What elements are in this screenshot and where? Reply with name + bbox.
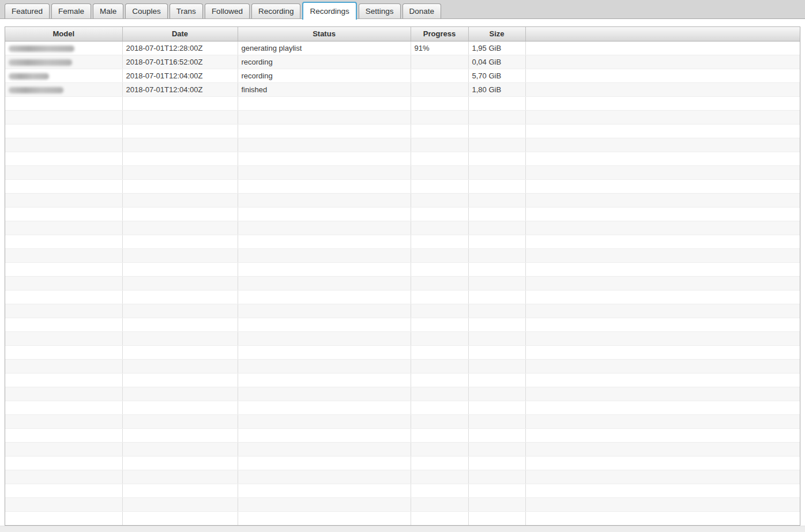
- empty-row: [5, 110, 800, 124]
- cell-progress: [411, 96, 468, 110]
- cell-progress: [411, 387, 468, 401]
- empty-row: [5, 221, 800, 235]
- cell-filler: [525, 497, 800, 511]
- tab-settings[interactable]: Settings: [359, 3, 401, 18]
- cell-date: [122, 331, 238, 345]
- cell-date: 2018-07-01T12:04:00Z: [122, 82, 238, 96]
- cell-size: [468, 235, 525, 248]
- cell-progress: [411, 138, 468, 152]
- table-row[interactable]: 2018-07-01T12:04:00Zrecording5,70 GiB: [5, 69, 800, 82]
- cell-date: [122, 359, 238, 373]
- cell-status: [238, 484, 411, 497]
- empty-row: [5, 207, 800, 221]
- cell-filler: [525, 55, 800, 69]
- cell-status: [238, 511, 411, 525]
- tab-donate[interactable]: Donate: [402, 3, 442, 18]
- cell-status: [238, 179, 411, 193]
- cell-model: [5, 41, 122, 55]
- cell-date: [122, 428, 238, 442]
- cell-status: [238, 290, 411, 304]
- cell-size: [468, 345, 525, 359]
- cell-progress: [411, 69, 468, 82]
- cell-model: [5, 401, 122, 414]
- cell-filler: [525, 82, 800, 96]
- cell-filler: [525, 124, 800, 138]
- column-header-progress[interactable]: Progress: [411, 27, 468, 41]
- cell-date: [122, 484, 238, 497]
- cell-size: [468, 304, 525, 318]
- cell-progress: [411, 318, 468, 331]
- cell-status: [238, 428, 411, 442]
- cell-status: [238, 276, 411, 290]
- cell-filler: [525, 221, 800, 235]
- cell-status: [238, 359, 411, 373]
- cell-filler: [525, 69, 800, 82]
- cell-progress: [411, 221, 468, 235]
- cell-status: [238, 331, 411, 345]
- cell-model: [5, 456, 122, 470]
- empty-row: [5, 497, 800, 511]
- empty-row: [5, 484, 800, 497]
- tab-recordings[interactable]: Recordings: [302, 2, 356, 20]
- tab-male[interactable]: Male: [93, 3, 123, 18]
- cell-filler: [525, 318, 800, 331]
- cell-progress: [411, 401, 468, 414]
- empty-row: [5, 124, 800, 138]
- column-header-size[interactable]: Size: [468, 27, 525, 41]
- cell-progress: [411, 331, 468, 345]
- cell-progress: [411, 124, 468, 138]
- column-header-filler: [525, 27, 800, 41]
- cell-filler: [525, 442, 800, 456]
- cell-progress: [411, 179, 468, 193]
- cell-status: [238, 221, 411, 235]
- cell-progress: [411, 304, 468, 318]
- cell-filler: [525, 193, 800, 207]
- column-header-date[interactable]: Date: [122, 27, 238, 41]
- tab-recording[interactable]: Recording: [251, 3, 301, 18]
- cell-model: [5, 69, 122, 82]
- cell-date: [122, 248, 238, 262]
- tab-trans[interactable]: Trans: [170, 3, 203, 18]
- table-row[interactable]: 2018-07-01T12:04:00Zfinished1,80 GiB: [5, 82, 800, 96]
- cell-model: [5, 497, 122, 511]
- cell-filler: [525, 235, 800, 248]
- cell-date: [122, 318, 238, 331]
- cell-filler: [525, 290, 800, 304]
- cell-date: [122, 497, 238, 511]
- cell-status: [238, 124, 411, 138]
- recordings-table-body: 2018-07-01T12:28:00Zgenerating playlist9…: [5, 41, 800, 525]
- cell-progress: [411, 276, 468, 290]
- tab-couples[interactable]: Couples: [125, 3, 168, 18]
- cell-date: [122, 373, 238, 387]
- cell-date: [122, 262, 238, 276]
- cell-size: [468, 456, 525, 470]
- cell-model: [5, 373, 122, 387]
- table-row[interactable]: 2018-07-01T12:28:00Zgenerating playlist9…: [5, 41, 800, 55]
- tab-bar: Featured Female Male Couples Trans Follo…: [0, 0, 805, 19]
- cell-date: 2018-07-01T12:28:00Z: [122, 41, 238, 55]
- cell-date: [122, 290, 238, 304]
- cell-status: [238, 96, 411, 110]
- cell-filler: [525, 414, 800, 428]
- empty-row: [5, 290, 800, 304]
- empty-row: [5, 456, 800, 470]
- empty-row: [5, 345, 800, 359]
- cell-progress: [411, 373, 468, 387]
- empty-row: [5, 387, 800, 401]
- cell-progress: [411, 290, 468, 304]
- empty-row: [5, 318, 800, 331]
- cell-date: [122, 165, 238, 179]
- tab-featured[interactable]: Featured: [5, 3, 50, 18]
- cell-size: [468, 207, 525, 221]
- table-row[interactable]: 2018-07-01T16:52:00Zrecording0,04 GiB: [5, 55, 800, 69]
- column-header-status[interactable]: Status: [238, 27, 411, 41]
- column-header-model[interactable]: Model: [5, 27, 122, 41]
- cell-model: [5, 165, 122, 179]
- cell-date: [122, 276, 238, 290]
- cell-progress: [411, 511, 468, 525]
- tab-followed[interactable]: Followed: [205, 3, 250, 18]
- cell-size: [468, 96, 525, 110]
- cell-date: 2018-07-01T16:52:00Z: [122, 55, 238, 69]
- tab-female[interactable]: Female: [51, 3, 91, 18]
- cell-size: [468, 124, 525, 138]
